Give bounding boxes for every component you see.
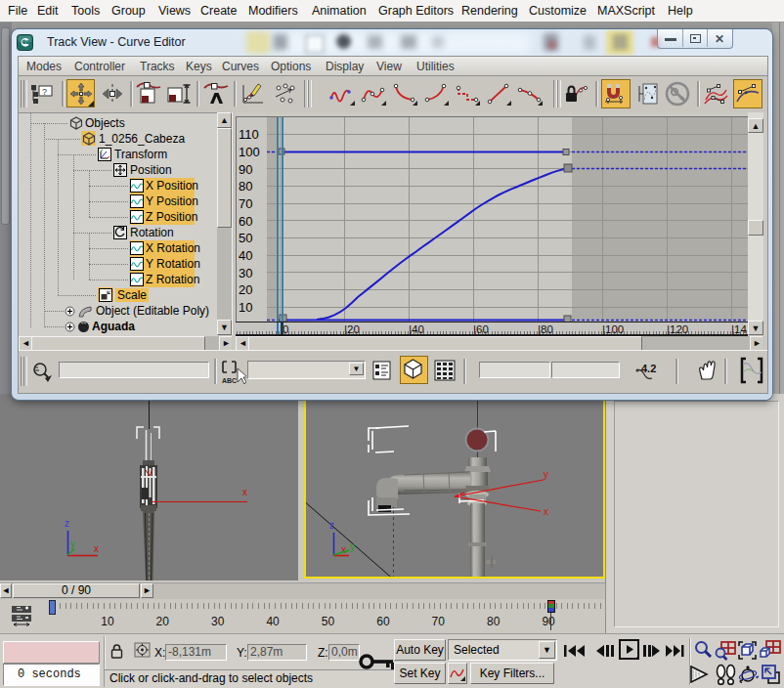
svg-text:y: y bbox=[350, 541, 355, 552]
svg-text:y: y bbox=[544, 469, 548, 480]
svg-text:x: x bbox=[94, 543, 99, 554]
svg-text:x: x bbox=[341, 544, 346, 555]
svg-text:x: x bbox=[544, 506, 548, 517]
svg-text:z: z bbox=[65, 518, 69, 529]
svg-text:?: ? bbox=[42, 87, 47, 97]
svg-text:x: x bbox=[242, 487, 247, 497]
svg-text:z: z bbox=[329, 520, 334, 531]
svg-text:y: y bbox=[70, 538, 75, 549]
svg-text:ABC: ABC bbox=[222, 377, 237, 384]
